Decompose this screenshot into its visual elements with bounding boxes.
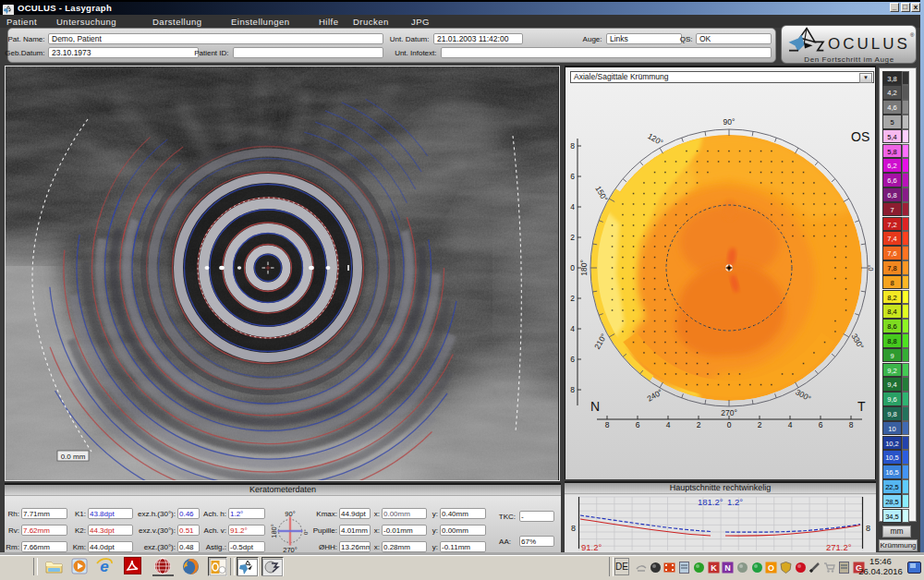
svg-text:1.2°: 1.2°	[727, 497, 743, 507]
svg-text:6: 6	[570, 172, 575, 181]
svg-text:271.2°: 271.2°	[826, 542, 852, 552]
svg-text:181.2°: 181.2°	[698, 497, 723, 507]
svg-text:OS: OS	[851, 129, 869, 144]
svg-text:8: 8	[571, 524, 576, 533]
svg-text:0°: 0°	[867, 264, 875, 271]
svg-text:0.0 mm: 0.0 mm	[61, 453, 86, 461]
svg-text:0: 0	[570, 263, 575, 272]
svg-text:O: O	[768, 563, 774, 573]
svg-text:N: N	[724, 563, 731, 573]
svg-text:4: 4	[788, 420, 793, 429]
svg-text:4: 4	[666, 420, 671, 429]
svg-text:4: 4	[570, 202, 575, 211]
svg-text:K: K	[711, 563, 717, 573]
svg-text:8: 8	[570, 385, 575, 394]
svg-text:90°: 90°	[285, 510, 295, 518]
svg-text:2: 2	[697, 420, 701, 429]
svg-text:8: 8	[866, 524, 870, 533]
svg-text:2: 2	[570, 233, 575, 242]
svg-text:8: 8	[570, 141, 575, 151]
svg-text:4: 4	[570, 324, 575, 333]
svg-text:6: 6	[570, 355, 575, 364]
svg-text:Den Fortschritt im Auge: Den Fortschritt im Auge	[804, 55, 894, 64]
svg-text:2: 2	[758, 420, 762, 429]
svg-text:0°: 0°	[303, 529, 309, 535]
svg-text:N: N	[590, 399, 600, 414]
svg-text:®: ®	[910, 32, 915, 38]
svg-text:8: 8	[605, 420, 610, 429]
svg-text:OCULUS: OCULUS	[828, 35, 910, 53]
svg-text:91.2°: 91.2°	[581, 542, 602, 552]
svg-text:0: 0	[727, 420, 732, 429]
svg-text:T: T	[857, 399, 866, 414]
svg-text:6: 6	[819, 420, 823, 429]
svg-text:8: 8	[849, 420, 854, 429]
svg-text:2: 2	[570, 294, 575, 303]
svg-text:90°: 90°	[723, 117, 736, 127]
svg-text:180°: 180°	[270, 524, 278, 538]
svg-text:6: 6	[636, 420, 640, 429]
